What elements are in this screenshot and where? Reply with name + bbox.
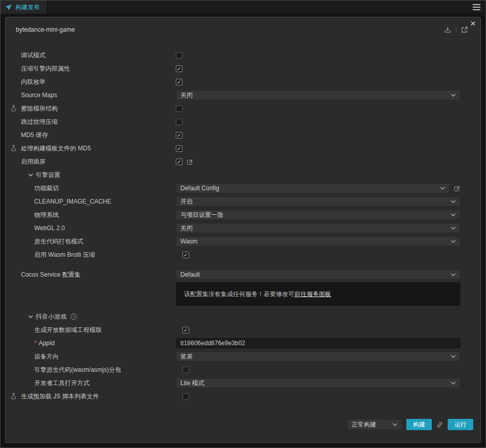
header-separator bbox=[456, 27, 456, 33]
field-label: 设备方向 bbox=[34, 352, 59, 361]
import-build-config-icon[interactable] bbox=[444, 26, 451, 33]
open-data-template-checkbox[interactable]: ✓ bbox=[182, 327, 189, 333]
field-label: 引擎原生代码(wasm/asmjs)分包 bbox=[34, 366, 121, 374]
select-value: 与项目设置一致 bbox=[180, 211, 223, 219]
field-label: 启用 Wasm Brotli 压缩 bbox=[34, 251, 95, 259]
douyin-section-toggle[interactable]: 抖音小游戏? bbox=[21, 312, 176, 321]
md5-cache-checkbox[interactable]: ✓ bbox=[176, 132, 182, 139]
field-label: 调试模式 bbox=[21, 51, 45, 60]
help-icon[interactable]: ? bbox=[71, 313, 77, 320]
footer-bar: 正常构建 构建 运行 bbox=[347, 419, 473, 430]
dialog-header: bytedance-mini-game bbox=[6, 17, 480, 33]
select-value: Lite 模式 bbox=[180, 379, 204, 388]
app-id-input[interactable] bbox=[176, 338, 460, 348]
select-value: 关闭 bbox=[180, 224, 193, 233]
cleanup-image-cache-select[interactable]: 开启 bbox=[176, 196, 460, 207]
row-cleanup-image-cache: CLEANUP_IMAGE_CACHE 开启 bbox=[21, 195, 460, 208]
select-value: 竖屏 bbox=[180, 352, 193, 361]
inline-enum-checkbox[interactable]: ✓ bbox=[176, 79, 182, 85]
section-label: 引擎设置 bbox=[36, 171, 60, 180]
select-value: Default Config bbox=[180, 185, 219, 192]
row-engine-settings-section: 引擎设置 bbox=[21, 168, 460, 182]
chevron-down-icon bbox=[451, 94, 456, 97]
field-label: CLEANUP_IMAGE_CACHE bbox=[34, 198, 111, 205]
source-maps-select[interactable]: 关闭 bbox=[176, 90, 460, 100]
row-md5-cache: MD5 缓存 ✓ bbox=[21, 128, 460, 142]
wasm-brotli-checkbox[interactable]: ✓ bbox=[182, 252, 189, 258]
close-icon[interactable]: × bbox=[470, 18, 476, 29]
field-label: 生成预加载 JS 脚本列表文件 bbox=[21, 392, 99, 401]
experimental-flask-icon bbox=[10, 393, 17, 399]
app-window: { "topbar": { "tab_label": "构建发布" }, "di… bbox=[0, 0, 486, 448]
md5-build-template-checkbox[interactable]: ✓ bbox=[176, 145, 182, 152]
edit-feature-cropping-icon[interactable] bbox=[454, 185, 460, 192]
chevron-down-icon bbox=[451, 355, 456, 358]
check-icon: ✓ bbox=[177, 146, 181, 151]
chevron-down-icon bbox=[28, 315, 33, 318]
row-compress-engine-props: 压缩引擎内部属性 ✓ bbox=[21, 62, 460, 75]
chevron-down-icon bbox=[28, 173, 33, 176]
field-label: 功能裁切 bbox=[34, 184, 59, 193]
build-button[interactable]: 构建 bbox=[406, 419, 432, 430]
titlebar: 构建发布 bbox=[1, 1, 485, 14]
chevron-down-icon bbox=[451, 240, 456, 243]
field-label: 物理系统 bbox=[34, 211, 59, 219]
run-button[interactable]: 运行 bbox=[448, 419, 473, 430]
webgl2-select[interactable]: 关闭 bbox=[176, 223, 460, 233]
build-options-form: 调试模式 ✓ 压缩引擎内部属性 ✓ 内联枚举 ✓ Source Maps 关闭 bbox=[6, 49, 480, 403]
row-devtools-open-mode: 开发者工具打开方式 Lite 模式 bbox=[21, 376, 460, 390]
debug-mode-checkbox[interactable]: ✓ bbox=[176, 52, 182, 59]
row-splash-screen: 启用插屏 ✓ bbox=[21, 155, 460, 168]
skip-texture-compression-checkbox[interactable]: ✓ bbox=[176, 119, 182, 125]
chevron-down-icon bbox=[440, 187, 445, 190]
select-value: 关闭 bbox=[180, 91, 193, 100]
device-orientation-select[interactable]: 竖屏 bbox=[176, 351, 460, 362]
row-md5-build-template: 处理构建模板文件的 MD5 ✓ bbox=[21, 142, 460, 155]
field-label: Source Maps bbox=[21, 92, 57, 99]
link-icon[interactable] bbox=[436, 421, 444, 429]
row-douyin-section: 抖音小游戏? bbox=[21, 310, 460, 323]
native-code-subpackage-checkbox[interactable]: ✓ bbox=[182, 367, 189, 373]
build-mode-select[interactable]: 正常构建 bbox=[347, 419, 402, 430]
service-panel-link[interactable]: 前往服务面板 bbox=[294, 290, 331, 299]
field-label: 压缩引擎内部属性 bbox=[21, 64, 70, 73]
row-device-orientation: 设备方向 竖屏 bbox=[21, 350, 460, 363]
field-label: 处理构建模板文件的 MD5 bbox=[21, 144, 91, 153]
feature-cropping-select[interactable]: Default Config bbox=[176, 183, 450, 193]
menu-icon[interactable] bbox=[473, 4, 480, 10]
chevron-down-icon bbox=[451, 273, 456, 276]
compress-engine-props-checkbox[interactable]: ✓ bbox=[176, 65, 182, 72]
chevron-down-icon bbox=[451, 213, 456, 216]
export-build-config-icon[interactable] bbox=[461, 26, 468, 33]
cocos-service-select[interactable]: Default bbox=[176, 270, 460, 280]
edit-splash-icon[interactable] bbox=[187, 159, 193, 165]
tab-label: 构建发布 bbox=[15, 3, 40, 12]
field-label: 原生代码打包模式 bbox=[34, 237, 83, 246]
required-mark: * bbox=[34, 340, 37, 347]
field-label: 生成开放数据域工程模版 bbox=[34, 326, 102, 334]
physics-system-select[interactable]: 与项目设置一致 bbox=[176, 210, 460, 220]
row-preload-js-list: 生成预加载 JS 脚本列表文件 ✓ bbox=[21, 390, 460, 403]
field-label: WebGL 2.0 bbox=[34, 225, 65, 232]
select-value: 开启 bbox=[180, 197, 193, 206]
engine-settings-toggle[interactable]: 引擎设置 bbox=[21, 171, 176, 180]
build-dialog: × bytedance-mini-game 调试模式 ✓ 压缩引擎内部属性 bbox=[5, 17, 481, 443]
chevron-down-icon bbox=[451, 382, 456, 385]
erase-module-structure-checkbox[interactable]: ✓ bbox=[176, 105, 182, 112]
tab-build-publish[interactable]: 构建发布 bbox=[1, 1, 48, 14]
row-webgl2: WebGL 2.0 关闭 bbox=[21, 221, 460, 235]
chevron-down-icon bbox=[451, 200, 456, 203]
row-feature-cropping: 功能裁切 Default Config bbox=[21, 182, 460, 195]
preload-js-list-checkbox[interactable]: ✓ bbox=[182, 393, 189, 400]
field-label: MD5 缓存 bbox=[21, 131, 48, 140]
devtools-open-mode-select[interactable]: Lite 模式 bbox=[176, 378, 460, 388]
select-value: Wasm bbox=[180, 238, 198, 245]
row-app-id: * AppId bbox=[21, 337, 460, 350]
native-code-bundle-mode-select[interactable]: Wasm bbox=[176, 236, 460, 247]
splash-screen-checkbox[interactable]: ✓ bbox=[176, 159, 182, 165]
service-notice: 该配置集没有集成任何服务！若要修改可前往服务面板 bbox=[176, 282, 460, 306]
notice-text: 该配置集没有集成任何服务！若要修改可 bbox=[184, 290, 294, 299]
check-icon: ✓ bbox=[177, 132, 181, 138]
row-cocos-service: Cocos Service 配置集 Default bbox=[21, 268, 460, 281]
check-icon: ✓ bbox=[177, 79, 181, 85]
